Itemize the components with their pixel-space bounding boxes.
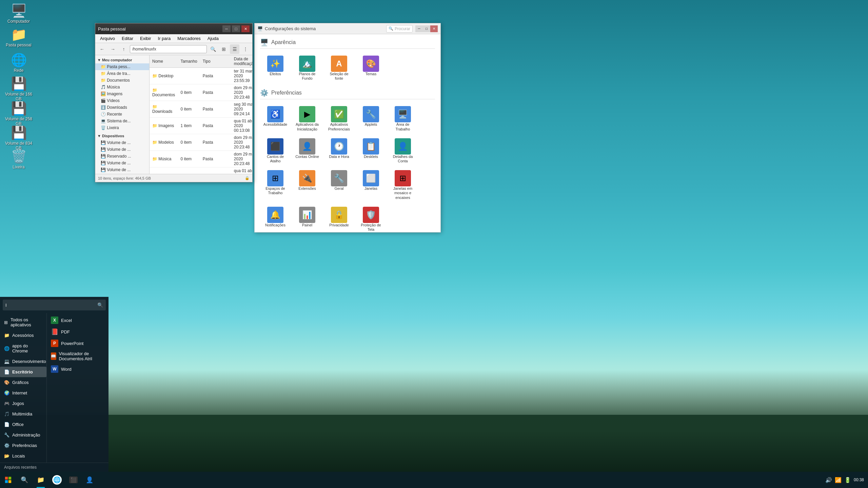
table-row[interactable]: 📁 Desktop Pasta ter 31 mar 2020 23:55:39 — [150, 68, 252, 84]
file-manager-titlebar[interactable]: Pasta pessoal ─ □ ✕ — [95, 23, 252, 34]
minimize-button[interactable]: ─ — [222, 25, 231, 32]
menu-editar[interactable]: Editar — [119, 35, 136, 42]
settings-geral[interactable]: 🔧 Geral — [324, 167, 354, 203]
table-row[interactable]: 📁 Público 0 item Pasta qua 01 abr 2020 0… — [150, 167, 252, 174]
sidebar-item-pasta[interactable]: 📁 Pasta pess... — [95, 63, 149, 70]
settings-detalhes-conta[interactable]: 👤 Detalhes da Conta — [388, 136, 418, 166]
taskbar-file-manager[interactable]: 📁 — [33, 472, 49, 488]
taskbar-terminal[interactable]: ⬛ — [65, 472, 81, 488]
start-item-graficos[interactable]: 🎨 Gráficos — [0, 377, 46, 388]
sidebar-item-area[interactable]: 📁 Área de tra... — [95, 70, 149, 77]
sidebar-item-videos[interactable]: 🎬 Vídeos — [95, 97, 149, 104]
settings-maximize[interactable]: □ — [423, 25, 430, 32]
sidebar-item-docs[interactable]: 📁 Documentos — [95, 77, 149, 84]
settings-app-inicializacao[interactable]: ▶ Aplicativos da Inicialização — [292, 103, 322, 134]
table-row[interactable]: 📁 Modelos 0 item Pasta dom 29 mar 2020 2… — [150, 134, 252, 151]
settings-privacidade[interactable]: 🔒 Privacidade — [324, 204, 354, 232]
start-app-word[interactable]: W Word — [47, 363, 108, 375]
taskbar-user[interactable]: 👤 — [81, 472, 98, 488]
sidebar-item-lixeira[interactable]: 🗑️ Lixeira — [95, 124, 149, 131]
settings-contas-online[interactable]: 👤 Contas Online — [292, 136, 322, 166]
volume834-icon[interactable]: 💾 Volume de 834 GB — [3, 125, 34, 150]
settings-close[interactable]: ✕ — [430, 25, 438, 32]
search-toggle[interactable]: 🔍 — [208, 44, 218, 54]
sidebar-item-downloads[interactable]: ⬇️ Downloads — [95, 104, 149, 111]
menu-arquivo[interactable]: Arquivo — [97, 35, 118, 42]
settings-painel[interactable]: 📊 Painel — [292, 204, 322, 232]
close-button[interactable]: ✕ — [241, 25, 250, 32]
lixeira-icon[interactable]: 🗑️ Lixeira — [3, 149, 34, 169]
start-item-acessorios[interactable]: 📁 Acessórios — [0, 330, 46, 341]
sidebar-item-musica[interactable]: 🎵 Música — [95, 84, 149, 90]
start-item-prefs[interactable]: ⚙️ Preferências — [0, 440, 46, 451]
col-date[interactable]: Data de modificação — [231, 55, 252, 68]
settings-applets[interactable]: 🔧 Applets — [356, 103, 386, 134]
settings-efeitos[interactable]: ✨ Efeitos — [260, 53, 291, 83]
start-item-locais[interactable]: 📂 Locais — [0, 451, 46, 461]
settings-protecao[interactable]: 🛡️ Proteção de Tela — [356, 204, 386, 232]
settings-notificacoes[interactable]: 🔔 Notificações — [260, 204, 291, 232]
taskbar-search[interactable]: 🔍 — [16, 472, 33, 488]
up-button[interactable]: ↑ — [119, 44, 129, 54]
menu-exibir[interactable]: Exibir — [137, 35, 154, 42]
sidebar-item-vol2[interactable]: 💾 Volume de ... — [95, 146, 149, 153]
taskbar-network-icon[interactable]: 📶 — [835, 477, 842, 483]
sidebar-item-recente[interactable]: 🕐 Recente — [95, 111, 149, 118]
start-search-input[interactable] — [5, 303, 95, 308]
taskbar-browser[interactable]: 🌐 — [49, 472, 65, 488]
sidebar-item-reservado[interactable]: 💾 Reservado ... — [95, 153, 149, 160]
table-row[interactable]: 📁 Música 0 item Pasta dom 29 mar 2020 20… — [150, 151, 252, 167]
settings-titlebar[interactable]: 🖥️ Configurações do sistema 🔍 Procurar ─… — [255, 23, 440, 34]
start-item-chrome[interactable]: 🌐 apps do Chrome — [0, 341, 46, 356]
pasta-pessoal-icon[interactable]: 📁 Pasta pessoal — [3, 27, 34, 47]
forward-button[interactable]: → — [108, 44, 118, 54]
start-item-admin[interactable]: 🔧 Administração — [0, 430, 46, 440]
col-name[interactable]: Nome — [150, 55, 178, 68]
volume258-icon[interactable]: 💾 Volume de 258 GB — [3, 101, 34, 126]
table-row[interactable]: 📁 Downloads 0 item Pasta seg 30 mar 2020… — [150, 101, 252, 118]
view-options[interactable]: ⋮ — [241, 44, 250, 54]
settings-planos-fundo[interactable]: 🏔️ Planos de Fundo — [292, 53, 322, 83]
menu-marcadores[interactable]: Marcadores — [175, 35, 203, 42]
start-app-visualizador[interactable]: 📖 Visualizador de Documentos Atril — [47, 349, 108, 363]
start-item-escritorio[interactable]: 📄 Escritório — [0, 367, 46, 377]
computer-icon[interactable]: 🖥️ Computador — [3, 3, 34, 24]
col-type[interactable]: Tipo — [200, 55, 231, 68]
start-item-todos[interactable]: ⊞ Todos os aplicativos — [0, 314, 46, 330]
settings-janelas[interactable]: ⬜ Janelas — [356, 167, 386, 203]
settings-desklets[interactable]: 📋 Desklets — [356, 136, 386, 166]
menu-ajuda[interactable]: Ajuda — [205, 35, 221, 42]
settings-app-preferenciais[interactable]: ✅ Aplicativos Preferenciais — [324, 103, 354, 134]
start-item-internet[interactable]: 🌍 Internet — [0, 388, 46, 398]
settings-search-box[interactable]: 🔍 Procurar — [386, 25, 413, 33]
col-size[interactable]: Tamanho — [178, 55, 200, 68]
start-app-powerpoint[interactable]: P PowerPoint — [47, 338, 108, 349]
start-item-office[interactable]: 📄 Office — [0, 419, 46, 430]
settings-acessibilidade[interactable]: ♿ Acessibilidade — [260, 103, 291, 134]
start-item-dev[interactable]: 💻 Desenvolvimento — [0, 356, 46, 367]
start-app-pdf[interactable]: 📕 PDF — [47, 326, 108, 338]
start-item-multimidia[interactable]: 🎵 Multimídia — [0, 409, 46, 419]
start-item-jogos[interactable]: 🎮 Jogos — [0, 398, 46, 409]
start-button[interactable] — [0, 472, 16, 488]
settings-temas[interactable]: 🎨 Temas — [356, 53, 386, 83]
address-bar[interactable]: /home/linuxfx — [130, 45, 207, 53]
sidebar-item-vol3[interactable]: 💾 Volume de ... — [95, 160, 149, 166]
sidebar-item-vol1[interactable]: 💾 Volume de ... — [95, 139, 149, 146]
sidebar-item-vol4[interactable]: 💾 Volume de ... — [95, 166, 149, 173]
view-list[interactable]: ☰ — [230, 44, 239, 54]
sidebar-item-sistema[interactable]: 💻 Sistema de... — [95, 118, 149, 124]
taskbar-volume-icon[interactable]: 🔊 — [825, 477, 832, 483]
back-button[interactable]: ← — [97, 44, 107, 54]
settings-minimize[interactable]: ─ — [415, 25, 423, 32]
rede-icon[interactable]: 🌐 Rede — [3, 53, 34, 73]
maximize-button[interactable]: □ — [232, 25, 240, 32]
table-row[interactable]: 📁 Documentos 0 item Pasta dom 29 mar 202… — [150, 84, 252, 101]
settings-cantos[interactable]: ⬛ Cantos de Atalho — [260, 136, 291, 166]
view-icons[interactable]: ⊞ — [219, 44, 229, 54]
volume166-icon[interactable]: 💾 Volume de 166 GB — [3, 76, 34, 101]
start-app-excel[interactable]: X Excel — [47, 314, 108, 326]
start-search-bar[interactable]: 🔍 — [3, 300, 106, 310]
settings-espacos[interactable]: ⊞ Espaços de Trabalho — [260, 167, 291, 203]
table-row[interactable]: 📁 Imagens 1 item Pasta qua 01 abr 2020 0… — [150, 118, 252, 134]
